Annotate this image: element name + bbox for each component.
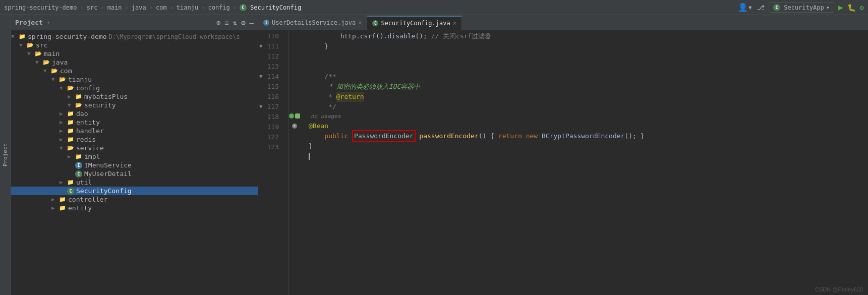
arrow-tianju: ▼ [51, 76, 59, 83]
code-116-pre: * [309, 92, 336, 102]
code-119-return: return [498, 131, 522, 141]
code-content[interactable]: http.csrf().disable(); // 关闭csrf过滤器 } /*… [301, 30, 868, 295]
breadcrumb-tianju[interactable]: tianju [177, 4, 198, 11]
breadcrumb-sep-3: › [125, 4, 129, 11]
breadcrumb-security-config[interactable]: SecurityConfig [250, 4, 301, 11]
arrow-com: ▼ [43, 68, 50, 74]
breadcrumb-class-icon: C [240, 4, 247, 11]
breadcrumb-java[interactable]: java [132, 4, 146, 11]
tree-item-java[interactable]: ▼ 📂 java [11, 58, 258, 67]
folder-icon-util: 📁 [67, 179, 75, 186]
project-title: Project [15, 19, 43, 26]
label-spring-security-demo: spring-security-demo [28, 33, 107, 40]
tree-item-handler[interactable]: ▶ 📁 handler [11, 127, 258, 135]
interface-icon-imenuservice: I [75, 162, 83, 169]
label-myuserdetail: MyUserDetail [84, 170, 132, 178]
tree-item-controller[interactable]: ▶ 📁 controller [11, 195, 258, 204]
code-114: /** [309, 72, 336, 82]
tabs-bar: I UserDetailsService.java × C SecurityCo… [258, 15, 868, 30]
tree-item-com[interactable]: ▼ 📂 com [11, 67, 258, 75]
vcs-icon[interactable]: ⎇ [757, 4, 765, 12]
tree-item-entity2[interactable]: ▶ 📁 entity [11, 204, 258, 212]
folder-icon-com: 📂 [50, 68, 59, 75]
gutter-123 [288, 141, 301, 151]
tab-close-securityconfig[interactable]: × [453, 20, 456, 27]
tab-close-userdetailsservice[interactable]: × [358, 19, 362, 26]
run-config-dropdown[interactable]: ▾ [826, 4, 830, 11]
locate-file-btn[interactable]: ⊕ [216, 19, 220, 27]
folder-icon-src: 📂 [26, 42, 34, 49]
project-panel: Project ▾ ⊕ ≡ ⇅ ⚙ — ▼ 📁 spring-security-… [11, 15, 258, 295]
tree-item-util[interactable]: ▶ 📁 util [11, 178, 258, 187]
code-line-122: } [309, 141, 868, 151]
hide-btn[interactable]: — [250, 19, 254, 27]
main-layout: Project Project ▾ ⊕ ≡ ⇅ ⚙ — ▼ 📁 spring-s… [0, 15, 868, 295]
linenum-112: 112 [258, 51, 283, 62]
tree-item-security[interactable]: ▼ 📂 security [11, 101, 258, 109]
breadcrumb-config[interactable]: config [208, 4, 229, 11]
tree-item-securityconfig[interactable]: C SecurityConfig [11, 187, 258, 195]
code-117: */ [309, 102, 336, 112]
tree-item-tianju[interactable]: ▼ 📂 tianju [11, 75, 258, 84]
breadcrumb-sep-2: › [100, 4, 104, 11]
label-security: security [84, 101, 116, 109]
tree-item-spring-security-demo[interactable]: ▼ 📁 spring-security-demo D:\Myprogram\sp… [11, 32, 258, 41]
code-116-return: @return [336, 92, 364, 102]
code-115: * 加密的类必须放入IOC容器中 [309, 82, 420, 92]
linenum-119: 119 [258, 122, 283, 132]
breadcrumb-sep-1: › [80, 4, 84, 11]
gutter-110 [288, 30, 301, 40]
tree-item-service[interactable]: ▼ 📂 service [11, 144, 258, 152]
debug-button[interactable]: 🐛 [847, 4, 856, 12]
label-securityconfig: SecurityConfig [76, 187, 132, 195]
tree-item-imenuservice[interactable]: I IMenuService [11, 161, 258, 169]
tree-item-myuserdetail[interactable]: C MyUserDetail [11, 169, 258, 178]
linenum-111: ▼ 111 [258, 41, 283, 51]
tree-item-entity[interactable]: ▶ 📁 entity [11, 118, 258, 127]
file-tree: ▼ 📁 spring-security-demo D:\Myprogram\sp… [11, 30, 258, 295]
breadcrumb-main[interactable]: main [107, 4, 122, 11]
code-line-113 [309, 62, 868, 72]
settings-btn[interactable]: ⚙ [241, 19, 245, 27]
code-line-115: * 加密的类必须放入IOC容器中 [309, 82, 868, 92]
run-config-icon: C [773, 4, 780, 11]
gutter-119: + [288, 121, 301, 131]
tree-item-impl[interactable]: ▶ 📁 impl [11, 152, 258, 161]
breadcrumb-com[interactable]: com [156, 4, 167, 11]
breadcrumb-src[interactable]: src [87, 4, 98, 11]
left-gutter: Project [0, 15, 11, 295]
code-line-110: http.csrf().disable(); // 关闭csrf过滤器 [309, 31, 868, 41]
folder-icon-config: 📂 [67, 85, 75, 92]
linenum-117: ▼ 117 [258, 102, 283, 112]
settings-icon[interactable]: ⚙ [860, 4, 864, 12]
tree-item-dao[interactable]: ▶ 📁 dao [11, 109, 258, 118]
run-config-label: SecurityApp [784, 4, 824, 11]
code-line-114: /** [309, 72, 868, 82]
run-button[interactable]: ▶ [838, 3, 843, 12]
breadcrumb-spring-security-demo[interactable]: spring-security-demo [4, 4, 77, 11]
label-main: main [44, 50, 60, 57]
run-config[interactable]: C SecurityApp ▾ [769, 3, 834, 13]
tab-securityconfig[interactable]: C SecurityConfig.java × [367, 16, 462, 30]
linenum-122: 122 [258, 132, 283, 142]
collapse-btn[interactable]: ≡ [224, 19, 228, 27]
code-119-public: public [324, 131, 348, 141]
code-122: } [309, 141, 313, 151]
code-111: } [309, 41, 328, 51]
tab-userdetailsservice[interactable]: I UserDetailsService.java × [258, 16, 367, 30]
person-icon[interactable]: 👤▾ [738, 3, 753, 12]
arrow-controller: ▶ [51, 196, 59, 203]
path-spring-security-demo: D:\Myprogram\springCloud-workspace\s [109, 33, 240, 40]
project-dropdown[interactable]: ▾ [47, 19, 50, 26]
tree-item-src[interactable]: ▼ 📂 src [11, 41, 258, 49]
tree-item-mybatisplus[interactable]: ▶ 📁 mybatisPlus [11, 92, 258, 101]
code-119-space2 [522, 131, 526, 141]
tree-item-redis[interactable]: ▶ 📁 redis [11, 135, 258, 144]
tree-item-main[interactable]: ▼ 📂 main [11, 49, 258, 58]
tree-item-config[interactable]: ▼ 📂 config [11, 84, 258, 92]
sort-btn[interactable]: ⇅ [233, 19, 237, 27]
linenum-123: 123 [258, 142, 283, 152]
folder-icon-tianju: 📂 [59, 76, 67, 83]
gutter-113 [288, 61, 301, 71]
vertical-project-label[interactable]: Project [2, 143, 9, 166]
